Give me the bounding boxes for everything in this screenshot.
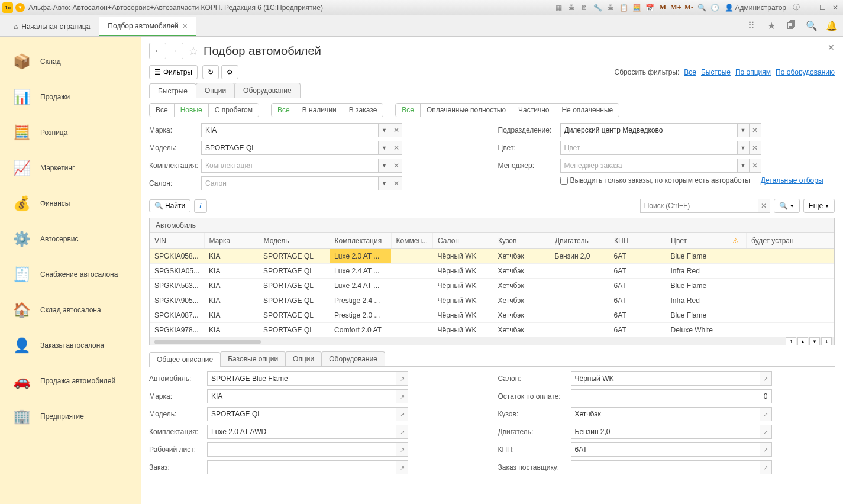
sidebar-item-9[interactable]: Продажа автомобилей xyxy=(0,363,141,399)
filters-button[interactable]: ☰ Фильтры xyxy=(149,65,198,79)
find-button[interactable]: 🔍 Найти xyxy=(149,199,190,212)
salon-input[interactable] xyxy=(201,176,379,190)
app-menu-dropdown-icon[interactable]: ▼ xyxy=(15,3,25,12)
titlebar-grid-icon[interactable]: ▦ xyxy=(553,2,564,13)
titlebar-mplus-icon[interactable]: M+ xyxy=(670,2,681,13)
table-row[interactable]: SPGKIA978...KIASPORTAGE QLComfort 2.0 AT… xyxy=(150,323,834,338)
d-model-input[interactable] xyxy=(207,407,396,421)
titlebar-tool2-icon[interactable]: 🖶 xyxy=(605,2,616,13)
detail-tab-base-options[interactable]: Базовые опции xyxy=(220,351,286,366)
d-salon-input[interactable] xyxy=(571,371,760,386)
bell-icon[interactable]: 🔔 xyxy=(825,19,838,32)
podr-input[interactable] xyxy=(560,123,738,137)
stock-all[interactable]: Все xyxy=(272,104,296,117)
filter-tab-equipment[interactable]: Оборудование xyxy=(234,83,301,98)
sidebar-item-5[interactable]: Автосервис xyxy=(0,221,141,257)
sidebar-item-8[interactable]: Заказы автосалона xyxy=(0,328,141,363)
cvet-clear-icon[interactable]: ✕ xyxy=(750,141,761,155)
table-header-1[interactable]: Марка xyxy=(204,233,259,249)
titlebar-mminus-icon[interactable]: M- xyxy=(683,2,694,13)
marka-dropdown-icon[interactable]: ▼ xyxy=(379,123,390,137)
reset-options-link[interactable]: По опциям xyxy=(735,68,771,76)
titlebar-calendar-icon[interactable]: 📅 xyxy=(644,2,655,13)
table-header-4[interactable]: Коммен... xyxy=(391,233,432,249)
table-header-6[interactable]: Кузов xyxy=(493,233,550,249)
d-kuzov-input[interactable] xyxy=(571,407,760,421)
sidebar-item-0[interactable]: Склад xyxy=(0,44,141,79)
condition-all[interactable]: Все xyxy=(150,104,175,117)
info-button[interactable]: i xyxy=(194,199,206,213)
komp-dropdown-icon[interactable]: ▼ xyxy=(379,159,390,173)
table-header-9[interactable]: Цвет xyxy=(666,233,725,249)
d-zp-open-icon[interactable]: ↗ xyxy=(760,460,772,474)
salon-dropdown-icon[interactable]: ▼ xyxy=(379,176,390,190)
apps-icon[interactable]: ⠿ xyxy=(745,19,758,32)
table-header-5[interactable]: Салон xyxy=(433,233,493,249)
titlebar-copy-icon[interactable]: 📋 xyxy=(618,2,629,13)
d-kpp-input[interactable] xyxy=(571,442,760,457)
filter-tab-quick[interactable]: Быстрые xyxy=(149,83,196,98)
reset-all-link[interactable]: Все xyxy=(684,68,696,76)
payment-full[interactable]: Оплаченные полностью xyxy=(421,104,512,117)
scrollbar-thumb[interactable] xyxy=(154,340,261,344)
d-kuzov-open-icon[interactable]: ↗ xyxy=(760,407,772,421)
detail-tab-general[interactable]: Общее описание xyxy=(149,352,221,367)
sidebar-item-4[interactable]: Финансы xyxy=(0,186,141,221)
page-favorite-icon[interactable]: ☆ xyxy=(188,44,199,58)
titlebar-zoom-icon[interactable]: 🔍 xyxy=(696,2,707,13)
nav-forward-button[interactable]: → xyxy=(166,43,183,59)
detail-tab-equipment[interactable]: Оборудование xyxy=(321,351,385,366)
d-zakaz-open-icon[interactable]: ↗ xyxy=(396,460,408,474)
titlebar-clock-icon[interactable]: 🕐 xyxy=(709,2,720,13)
titlebar-info-icon[interactable]: ⓘ xyxy=(791,2,802,13)
titlebar-tool1-icon[interactable]: 🔧 xyxy=(592,2,603,13)
table-row[interactable]: SPGSKIA05...KIASPORTAGE QLLuxe 2.4 AT ..… xyxy=(150,264,834,279)
d-kpp-open-icon[interactable]: ↗ xyxy=(760,442,772,457)
search-clear-icon[interactable]: ✕ xyxy=(758,199,770,213)
sidebar-item-1[interactable]: Продажи xyxy=(0,79,141,115)
table-nav-top-icon[interactable]: ⤒ xyxy=(786,337,796,345)
payment-unpaid[interactable]: Не оплаченные xyxy=(555,104,619,117)
marka-clear-icon[interactable]: ✕ xyxy=(390,123,402,137)
sidebar-item-7[interactable]: Склад автосалона xyxy=(0,292,141,328)
table-row[interactable]: SPGKIA563...KIASPORTAGE QLLuxe 2.4 AT ..… xyxy=(150,279,834,293)
d-marka-input[interactable] xyxy=(207,389,396,403)
page-close-icon[interactable]: ✕ xyxy=(828,43,835,52)
condition-new[interactable]: Новые xyxy=(175,104,209,117)
favorite-icon[interactable]: ★ xyxy=(765,19,778,32)
table-nav-up-icon[interactable]: ▲ xyxy=(797,337,808,345)
tab-close-icon[interactable]: ✕ xyxy=(182,22,188,30)
window-maximize-icon[interactable]: ☐ xyxy=(817,3,828,12)
marka-input[interactable] xyxy=(201,123,379,137)
table-header-11[interactable]: будет устран xyxy=(747,233,834,249)
d-ost-input[interactable] xyxy=(571,389,772,403)
d-zp-input[interactable] xyxy=(571,460,760,474)
more-button[interactable]: Еще ▼ xyxy=(803,199,835,213)
table-row[interactable]: SPGKIA087...KIASPORTAGE QLPrestige 2.0 .… xyxy=(150,308,834,323)
history-icon[interactable]: 🗐 xyxy=(785,19,798,32)
cvet-input[interactable] xyxy=(560,141,738,155)
tab-car-selection[interactable]: Подбор автомобилей ✕ xyxy=(99,17,196,36)
model-input[interactable] xyxy=(201,141,379,155)
payment-all[interactable]: Все xyxy=(396,104,421,117)
manager-input[interactable] xyxy=(560,159,738,173)
condition-used[interactable]: С пробегом xyxy=(209,104,259,117)
search-icon[interactable]: 🔍 xyxy=(805,19,818,32)
table-header-8[interactable]: КПП xyxy=(609,233,666,249)
d-auto-input[interactable] xyxy=(207,371,396,386)
sidebar-item-6[interactable]: Снабжение автосалона xyxy=(0,257,141,292)
table-row[interactable]: SPGKIA058...KIASPORTAGE QLLuxe 2.0 AT ..… xyxy=(150,249,834,264)
stock-instock[interactable]: В наличии xyxy=(296,104,343,117)
d-salon-open-icon[interactable]: ↗ xyxy=(760,371,772,386)
d-marka-open-icon[interactable]: ↗ xyxy=(396,389,408,403)
sidebar-item-10[interactable]: Предприятие xyxy=(0,399,141,434)
manager-clear-icon[interactable]: ✕ xyxy=(750,159,761,173)
table-header-0[interactable]: VIN xyxy=(150,233,204,249)
table-header-3[interactable]: Комплектация xyxy=(330,233,391,249)
tab-home[interactable]: ⌂ Начальная страница xyxy=(5,17,99,36)
window-minimize-icon[interactable]: — xyxy=(804,3,815,12)
reset-quick-link[interactable]: Быстрые xyxy=(701,68,731,76)
table-row[interactable]: SPGKIA905...KIASPORTAGE QLPrestige 2.4 .… xyxy=(150,293,834,308)
salon-clear-icon[interactable]: ✕ xyxy=(390,176,402,190)
d-komp-input[interactable] xyxy=(207,425,396,439)
